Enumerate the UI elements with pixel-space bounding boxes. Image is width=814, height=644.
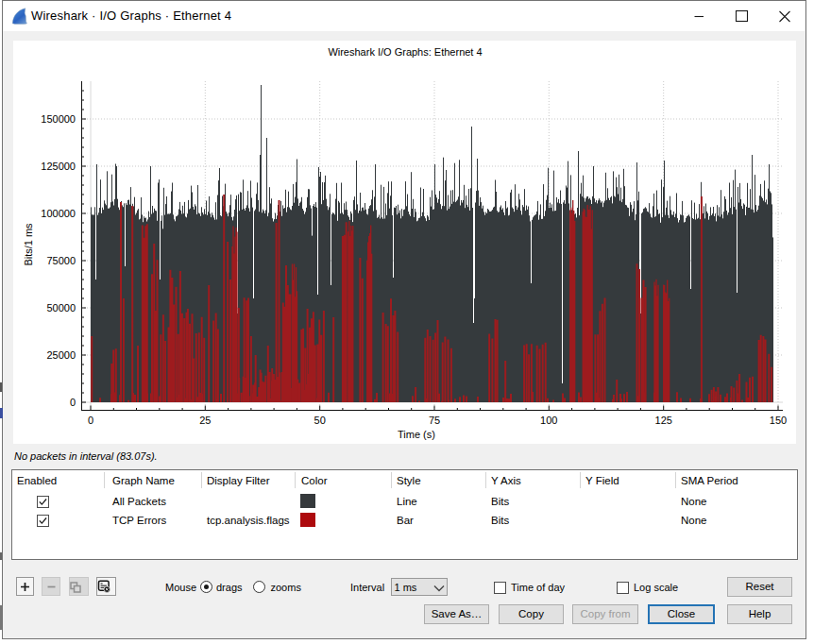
svg-text:75000: 75000 <box>46 255 76 266</box>
svg-text:150: 150 <box>770 415 787 426</box>
svg-text:50000: 50000 <box>46 302 76 314</box>
svg-text:0: 0 <box>70 397 76 408</box>
svg-text:150000: 150000 <box>41 113 76 125</box>
svg-text:25: 25 <box>199 415 211 426</box>
svg-text:75: 75 <box>429 415 440 426</box>
svg-text:50: 50 <box>314 415 326 426</box>
svg-text:25000: 25000 <box>46 349 76 361</box>
svg-text:125000: 125000 <box>41 161 76 172</box>
svg-text:125: 125 <box>655 415 672 426</box>
svg-text:Wireshark I/O Graphs: Ethernet: Wireshark I/O Graphs: Ethernet 4 <box>328 46 482 58</box>
svg-text:Bits/1 ms: Bits/1 ms <box>23 223 34 266</box>
svg-text:0: 0 <box>88 415 93 426</box>
svg-text:Time (s): Time (s) <box>398 429 435 440</box>
svg-text:100000: 100000 <box>41 208 76 219</box>
svg-text:100: 100 <box>540 415 557 426</box>
